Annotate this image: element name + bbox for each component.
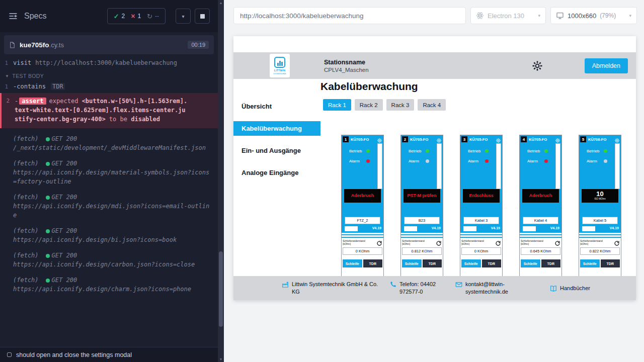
rack-tab[interactable]: Rack 3 (386, 99, 415, 111)
line-number: 1 (0, 59, 13, 67)
schleife-button[interactable]: Schleife (580, 259, 600, 267)
tdr-button[interactable]: TDR (482, 259, 502, 267)
device-number: 1 (343, 136, 349, 142)
refresh-icon[interactable] (614, 239, 620, 245)
x-icon: × (131, 12, 135, 20)
sidebar-item[interactable]: Kabelüberwachung (233, 121, 320, 136)
gear-icon[interactable] (377, 136, 382, 142)
rack-tab[interactable]: Rack 2 (355, 99, 383, 111)
fetch-log-entry[interactable]: (fetch) GET 200 /_next/static/developmen… (0, 134, 218, 153)
sidebar-item[interactable]: Übersicht (233, 99, 320, 114)
contains-command[interactable]: 1 -containsTDR (0, 82, 218, 92)
cable-name: Kabel 4 (523, 217, 558, 224)
schleife-button[interactable]: Schleife (343, 259, 362, 267)
failed-assert-command[interactable]: 2 -assertexpected <button.w-[50%].h-[1.5… (0, 93, 218, 128)
fetch-url: https://api.iconify.design/mdi.json?icon… (13, 203, 209, 219)
fetch-log-entry[interactable]: (fetch) GET 200 https://api.iconify.desi… (0, 251, 218, 269)
gear-icon[interactable] (614, 136, 620, 142)
status-message-sub: ISO MOhm (594, 197, 606, 201)
fetch-status: GET 200 (52, 193, 77, 202)
status-message-box: PST-M prüfen (404, 189, 440, 203)
alarm-led (366, 159, 370, 163)
specs-menu-icon[interactable] (8, 11, 18, 21)
tdr-button[interactable]: TDR (601, 259, 620, 267)
gear-icon[interactable] (496, 136, 501, 142)
refresh-icon[interactable] (495, 239, 501, 245)
stop-button[interactable] (195, 9, 210, 24)
app-body: Übersicht Kabelüberwachung Ein- und Ausg… (233, 79, 636, 300)
manuals-label: Handbücher (560, 285, 590, 292)
rack-tab[interactable]: Rack 4 (418, 99, 446, 111)
alarm-label: Alarm (587, 159, 604, 163)
rack-tab[interactable]: Rack 1 (323, 99, 351, 111)
visit-command[interactable]: 1 visithttp://localhost:3000/kabelueberw… (0, 58, 218, 68)
status-ok-dot (46, 137, 50, 141)
footer-manuals[interactable]: Handbücher (550, 285, 590, 292)
betrieb-label: Betrieb (527, 149, 544, 153)
collapse-button[interactable]: ▾ (176, 9, 191, 24)
betrieb-led (366, 149, 370, 153)
device-model: KÜ705-FO (410, 137, 428, 142)
test-body-header[interactable]: ▼ TEST BODY (0, 68, 218, 82)
device-model: KÜ706-FO (588, 137, 606, 142)
fetch-log-entry[interactable]: (fetch) GET 200 https://api.iconify.desi… (0, 193, 218, 220)
indicator-box (345, 226, 358, 231)
sidebar-item[interactable]: Ein- und Ausgänge (233, 143, 320, 158)
resistance-value: 0 KOhm (461, 247, 501, 255)
contains-label: -contains (13, 83, 46, 90)
device-model: KÜ705-FO (469, 137, 488, 142)
tdr-button[interactable]: TDR (363, 259, 383, 267)
visit-label: visit (13, 59, 31, 66)
status-message: Aderbruch (529, 194, 552, 198)
sidebar-item[interactable]: Analoge Eingänge (233, 165, 320, 180)
gear-icon[interactable] (436, 136, 442, 142)
schleife-button[interactable]: Schleife (461, 259, 481, 267)
refresh-icon[interactable] (376, 239, 382, 245)
gear-icon[interactable] (555, 136, 560, 142)
browser-select[interactable]: Electron 130 ▾ (470, 7, 546, 24)
firmware-version: V4.19 (491, 226, 500, 230)
betrieb-led (485, 149, 489, 153)
scroll-up-icon[interactable]: ▲ (218, 1, 224, 5)
alarm-led (604, 159, 607, 163)
fetch-label: (fetch) (13, 193, 39, 202)
cable-strip (555, 143, 560, 189)
spec-duration: 00:19 (188, 41, 209, 49)
current-test-bar[interactable]: should open and close the settings modal (0, 347, 218, 362)
divider (342, 235, 383, 237)
url-input[interactable] (233, 7, 466, 24)
firmware-version: V4.19 (550, 226, 559, 230)
device-card: 2 KÜ705-FO (400, 135, 443, 291)
refresh-icon[interactable] (554, 239, 560, 245)
app-main: Kabelüberwachung Rack 1 Rack 2 Rack 3 Ra… (320, 79, 636, 300)
schleife-button[interactable]: Schleife (402, 259, 422, 267)
littwin-logo: LITTWIN SYSTEMTECHNIK (270, 54, 290, 77)
chevron-down-icon: ▼ (5, 74, 9, 78)
scrollbar-thumb[interactable] (219, 251, 223, 327)
email-address: kontakt@littwin-systemtechnik.de (465, 281, 522, 296)
scroll-down-icon[interactable]: ▼ (218, 357, 224, 361)
fetch-log-entry[interactable]: (fetch) GET 200 https://api.iconify.desi… (0, 276, 218, 294)
logout-button[interactable]: Abmelden (585, 58, 628, 73)
panel-scrollbar[interactable]: ▲ ▼ (218, 0, 224, 362)
settings-gear-icon[interactable] (531, 60, 543, 72)
device-model: KÜ705-FO (351, 137, 369, 142)
fetch-label: (fetch) (13, 251, 39, 260)
fetch-label: (fetch) (13, 276, 39, 285)
viewport-select[interactable]: 1000x660 (79%) ▾ (550, 7, 637, 24)
device-card: 5 KÜ706-FO (579, 135, 621, 291)
fetch-log-entry[interactable]: (fetch) GET 200 https://api.iconify.desi… (0, 159, 218, 187)
chevron-down-icon: ▾ (538, 13, 540, 18)
chevron-down-icon: ▾ (629, 13, 631, 18)
test-icon (7, 352, 12, 357)
spec-bar[interactable]: kue705fo.cy.ts 00:19 (4, 35, 214, 54)
fetch-url: https://api.iconify.design/carbon.json?i… (13, 261, 195, 268)
refresh-icon[interactable] (436, 239, 442, 245)
schleife-button[interactable]: Schleife (521, 259, 540, 267)
tdr-button[interactable]: TDR (541, 259, 561, 267)
fetch-label: (fetch) (13, 227, 39, 235)
fetch-log-entry[interactable]: (fetch) GET 200 https://api.iconify.desi… (0, 226, 218, 245)
fetch-url: https://api.iconify.design/material-symb… (13, 169, 209, 185)
tdr-button[interactable]: TDR (423, 259, 442, 267)
stat-pending: ↻-- (147, 13, 159, 20)
